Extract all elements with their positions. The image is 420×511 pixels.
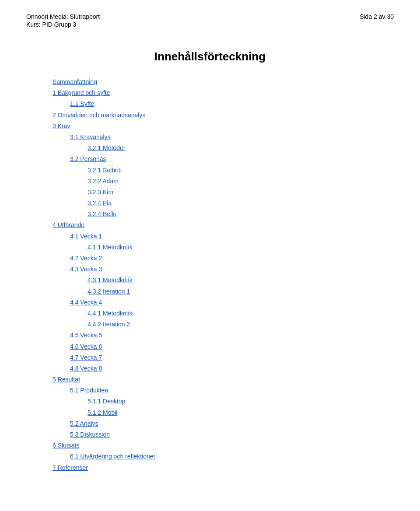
toc-item: 4.3 Vecka 3 [70,264,394,275]
toc-link[interactable]: 4.3.2 Iteration 1 [88,288,130,295]
toc-item: 4.1 Vecka 1 [70,231,394,242]
toc-item: 3.2.1 Solbritt [88,165,394,176]
toc-link[interactable]: 5.1.2 Mobil [88,409,117,416]
toc-link[interactable]: 6 Slutsats [52,442,79,449]
toc-item: 3.2.3 Kim [88,187,394,198]
toc-link[interactable]: 4 Utförande [52,221,84,228]
toc-link[interactable]: 4.3 Vecka 3 [70,266,102,273]
toc-item: 5.1.1 Desktop [88,396,394,407]
toc-item: 2 Omvärlden och marknadsanalys [52,110,394,121]
org-label: Onnoori Media: Slutrapport [26,13,100,20]
group-name: Grupp 3 [54,21,77,28]
toc-link[interactable]: 3 Krav [52,122,70,130]
toc-link[interactable]: 3.2.2 Adam [88,178,119,185]
toc-item: 4.7 Vecka 7 [70,352,394,363]
toc-link[interactable]: 4.1.1 Metodkritik [88,244,133,251]
toc-link[interactable]: Sammanfattning [52,78,97,85]
toc-link[interactable]: 4.8 Vecka 8 [70,365,102,372]
toc-item: 6 Slutsats [52,440,394,451]
page-number: Sida 2 av 30 [360,13,394,20]
toc-item: 4 Utförande [52,220,394,231]
page-header: Onnoori Media: Slutrapport Kurs: PID Gru… [26,13,394,28]
header-left: Onnoori Media: Slutrapport Kurs: PID Gru… [26,13,100,28]
toc-link[interactable]: 4.5 Vecka 5 [70,332,102,339]
toc-link[interactable]: 5 Resultat [52,376,80,383]
toc-link[interactable]: 3.2.4 Pia [88,200,112,206]
toc-item: 3.2 Personas [70,154,394,164]
page-info-text: Sida 2 av 30 [360,13,394,20]
course-label: Kurs: PID Grupp 3 [26,21,100,28]
toc-link[interactable]: 4.3.1 Metodkritik [88,276,133,284]
toc-item: 6.1 Utvärdering och reflektioner [70,451,394,462]
doc-type: Slutrapport [70,13,100,20]
toc-item: 4.6 Vecka 6 [70,341,394,352]
toc-link[interactable]: 4.7 Vecka 7 [70,354,102,361]
toc-link[interactable]: 5.1.1 Desktop [88,398,125,405]
toc-item: Sammanfattning [52,77,394,88]
toc-link[interactable]: 3.2 Personas [70,155,106,162]
toc-item: 3.2.4 Belle [88,209,394,220]
toc-item: 5.1 Produkten [70,385,394,396]
toc-item: 5.2 Analys [70,418,394,429]
toc-link[interactable]: 3.2.1 Solbritt [88,167,122,174]
toc-item: 3.1 Kravanalys [70,132,394,143]
toc-item: 1.1 Syfte [70,98,394,109]
toc-item: 1 Bakgrund och syfte [52,88,394,98]
toc-link[interactable]: 5.1 Produkten [70,387,108,394]
toc-link[interactable]: 3.2.4 Belle [88,210,116,217]
toc-item: 4.4.1 Metodkritik [88,308,394,319]
toc-link[interactable]: 3.1 Kravanalys [70,133,111,140]
toc-link[interactable]: 4.4.1 Metodkritik [88,310,133,317]
course-name: Kurs: PID [26,21,52,28]
toc-item: 4.1.1 Metodkritik [88,242,394,253]
toc-item: 5.1.2 Mobil [88,407,394,418]
toc-item: 4.3.2 Iteration 1 [88,286,394,297]
toc-link[interactable]: 3.2.1 Metoder [88,144,125,151]
toc-link[interactable]: 5.2 Analys [70,420,98,427]
toc-item: 4.3.1 Metodkritik [88,275,394,286]
toc-link[interactable]: 4.1 Vecka 1 [70,233,102,240]
toc-link[interactable]: 3.2.3 Kim [88,189,113,196]
org-name: Onnoori Media: [26,13,68,20]
toc-link[interactable]: 2 Omvärlden och marknadsanalys [52,112,145,119]
toc-link[interactable]: 1 Bakgrund och syfte [52,89,110,96]
toc-item: 3.2.4 Pia [88,198,394,209]
toc-link[interactable]: 4.4 Vecka 4 [70,299,102,306]
toc-item: 3 Krav [52,121,394,132]
toc-link[interactable]: 7 Referenser [52,464,88,471]
table-of-contents: Sammanfattning1 Bakgrund och syfte1.1 Sy… [26,77,394,473]
toc-item: 4.4.2 Iteration 2 [88,319,394,330]
toc-item: 5 Resultat [52,374,394,385]
toc-item: 7 Referenser [52,462,394,473]
toc-link[interactable]: 1.1 Syfte [70,100,94,107]
toc-item: 3.2.2 Adam [88,176,394,187]
toc-link[interactable]: 6.1 Utvärdering och reflektioner [70,453,155,460]
toc-link[interactable]: 5.3 Diskussion [70,431,110,438]
toc-item: 4.8 Vecka 8 [70,363,394,374]
page-title: Innehållsförteckning [26,50,394,63]
toc-item: 4.4 Vecka 4 [70,297,394,308]
toc-link[interactable]: 4.4.2 Iteration 2 [88,321,130,328]
toc-link[interactable]: 4.6 Vecka 6 [70,343,102,350]
toc-item: 5.3 Diskussion [70,429,394,440]
toc-item: 4.5 Vecka 5 [70,330,394,341]
toc-item: 3.2.1 Metoder [88,143,394,154]
toc-item: 4.2 Vecka 2 [70,253,394,264]
toc-link[interactable]: 4.2 Vecka 2 [70,255,102,262]
